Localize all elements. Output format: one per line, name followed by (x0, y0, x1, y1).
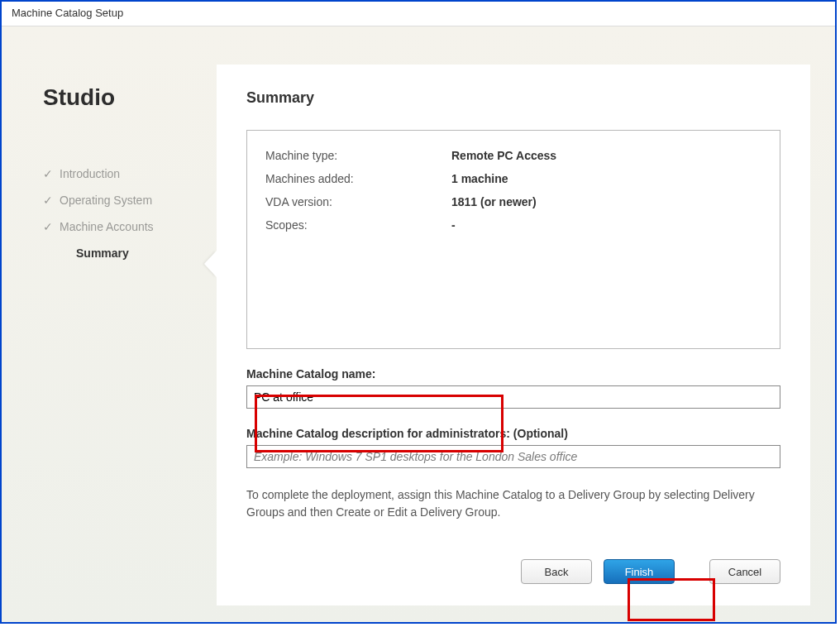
step-list: ✓ Introduction ✓ Operating System ✓ Mach… (43, 160, 217, 266)
window-title: Machine Catalog Setup (12, 7, 123, 19)
step-label: Summary (76, 246, 129, 260)
sidebar: Studio ✓ Introduction ✓ Operating System… (2, 26, 217, 622)
summary-value: - (451, 213, 456, 237)
wizard-window: Machine Catalog Setup Studio ✓ Introduct… (0, 0, 837, 624)
finish-button[interactable]: Finish (604, 559, 675, 584)
catalog-name-label: Machine Catalog name: (246, 367, 780, 381)
check-icon: ✓ (43, 194, 53, 207)
cancel-button[interactable]: Cancel (709, 559, 780, 584)
window-titlebar: Machine Catalog Setup (2, 2, 835, 26)
step-label: Operating System (60, 194, 152, 207)
back-button[interactable]: Back (521, 559, 592, 584)
content-panel: Summary Machine type: Remote PC Access M… (217, 65, 810, 605)
helper-text: To complete the deployment, assign this … (246, 486, 780, 521)
catalog-description-input[interactable] (246, 445, 780, 468)
wizard-body: Studio ✓ Introduction ✓ Operating System… (2, 26, 835, 622)
check-icon: ✓ (43, 220, 53, 233)
step-summary[interactable]: ✓ Summary (43, 240, 217, 266)
summary-row-machine-type: Machine type: Remote PC Access (265, 144, 761, 167)
step-label: Introduction (60, 167, 120, 180)
summary-row-machines-added: Machines added: 1 machine (265, 167, 761, 190)
summary-label: Machines added: (265, 167, 451, 190)
summary-row-vda-version: VDA version: 1811 (or newer) (265, 190, 761, 213)
check-icon: ✓ (43, 167, 53, 180)
summary-label: Machine type: (265, 144, 451, 167)
summary-box: Machine type: Remote PC Access Machines … (246, 130, 780, 349)
summary-value: Remote PC Access (451, 144, 556, 167)
summary-row-scopes: Scopes: - (265, 213, 761, 237)
panel-notch (204, 251, 217, 277)
step-introduction[interactable]: ✓ Introduction (43, 160, 217, 187)
catalog-name-input[interactable] (246, 385, 780, 409)
summary-value: 1811 (or newer) (451, 190, 537, 213)
step-label: Machine Accounts (60, 220, 154, 233)
step-operating-system[interactable]: ✓ Operating System (43, 187, 217, 213)
button-row: Back Finish Cancel (521, 559, 780, 584)
summary-label: Scopes: (265, 213, 451, 237)
summary-value: 1 machine (451, 167, 508, 190)
step-machine-accounts[interactable]: ✓ Machine Accounts (43, 213, 217, 240)
catalog-description-label: Machine Catalog description for administ… (246, 427, 780, 440)
summary-label: VDA version: (265, 190, 451, 213)
panel-title: Summary (246, 89, 780, 107)
brand-title: Studio (43, 84, 217, 111)
